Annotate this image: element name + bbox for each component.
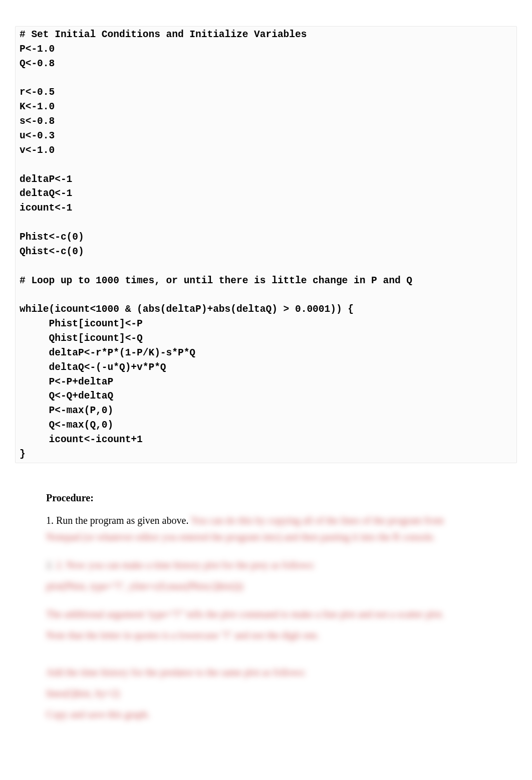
blurred-line: Add the time history for the predator to…	[46, 664, 497, 681]
document-container: # Set Initial Conditions and Initialize …	[0, 0, 532, 742]
blurred-line: 2. 2. Now you can make a time history pl…	[46, 556, 497, 573]
blurred-line: plot(Phist, type="l", ylim=c(0,max(Phist…	[46, 577, 497, 595]
procedure-heading: Procedure:	[15, 492, 517, 504]
code-block: # Set Initial Conditions and Initialize …	[15, 26, 517, 463]
blurred-line: The additional argument 'type="l"' tells…	[46, 606, 497, 623]
step-1-line: 1. Run the program as given above. You c…	[15, 515, 517, 526]
step-1-visible-text: 1. Run the program as given above.	[46, 515, 191, 526]
blurred-text: 2. Now you can make a time history plot …	[56, 559, 315, 570]
blurred-line: Notepad (or whatever editor you entered …	[46, 528, 497, 545]
step-1-blurred-tail: You can do this by copying all of the li…	[191, 515, 444, 526]
blurred-content: Notepad (or whatever editor you entered …	[15, 528, 517, 723]
blurred-line: Note that the letter in quotes is a lowe…	[46, 627, 497, 644]
blurred-number: 2.	[46, 559, 54, 570]
blurred-line: Copy and save this graph.	[46, 706, 497, 723]
blurred-line: lines(Qhist, lty=2)	[46, 685, 497, 702]
